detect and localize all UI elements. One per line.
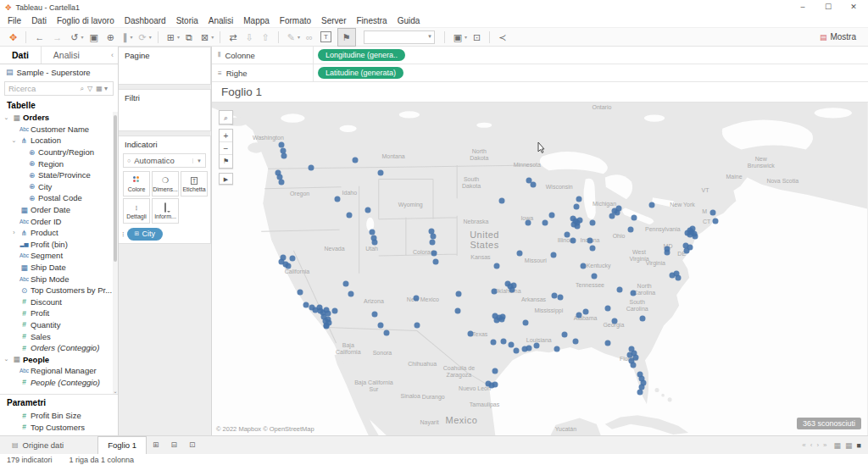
- filters-shelf[interactable]: Filtri: [119, 89, 211, 131]
- city-mark[interactable]: [570, 237, 576, 243]
- city-mark[interactable]: [542, 219, 548, 225]
- city-mark[interactable]: [499, 198, 505, 204]
- city-mark[interactable]: [281, 152, 287, 158]
- fit-selector[interactable]: ▾: [364, 30, 435, 44]
- city-mark[interactable]: [631, 291, 637, 296]
- redo-icon[interactable]: →: [48, 29, 66, 46]
- pause-updates-icon-caret[interactable]: ▾: [131, 34, 133, 40]
- save-icon[interactable]: ▣: [85, 29, 102, 46]
- expand-caret-icon[interactable]: ⌄: [3, 356, 10, 363]
- longitude-pill[interactable]: Longitudine (genera..: [318, 49, 405, 62]
- datasource-tab[interactable]: ▤ Origine dati: [0, 436, 75, 454]
- city-mark[interactable]: [549, 212, 555, 218]
- city-mark[interactable]: [693, 234, 698, 240]
- city-mark[interactable]: [616, 206, 622, 212]
- city-mark[interactable]: [492, 368, 498, 374]
- city-mark[interactable]: [297, 290, 303, 296]
- close-button[interactable]: ✕: [841, 0, 866, 14]
- tab-data[interactable]: Dati: [0, 47, 42, 64]
- city-mark[interactable]: [378, 323, 384, 329]
- city-mark[interactable]: [278, 179, 284, 185]
- city-mark[interactable]: [433, 259, 439, 265]
- city-mark[interactable]: [509, 342, 515, 348]
- show-cards-icon-caret[interactable]: ▾: [465, 34, 467, 40]
- expand-caret-icon[interactable]: ⌄: [10, 137, 18, 144]
- city-mark[interactable]: [525, 219, 531, 225]
- field-profit[interactable]: #Profit: [0, 307, 118, 319]
- scrollbar-down-icon[interactable]: ⌄: [113, 388, 118, 394]
- city-mark[interactable]: [414, 323, 420, 329]
- map-more-tools-button[interactable]: ▶: [219, 173, 233, 185]
- city-mark[interactable]: [290, 256, 296, 262]
- menu-dashboard[interactable]: Dashboard: [120, 16, 171, 25]
- field-city[interactable]: ⊕City: [0, 181, 118, 193]
- unknown-marks-badge[interactable]: 363 sconosciuti: [797, 418, 861, 429]
- field-state-province[interactable]: ⊕State/Province: [0, 169, 118, 181]
- city-mark[interactable]: [500, 314, 506, 320]
- city-mark[interactable]: [690, 226, 696, 232]
- show-me-button[interactable]: ▤ Mostra: [820, 32, 863, 42]
- rows-shelf[interactable]: ≡ Righe Latitudine (generata): [212, 64, 868, 82]
- mark-type-dropdown[interactable]: ○ Automatico ▼: [123, 153, 206, 168]
- city-mark[interactable]: [631, 362, 637, 368]
- search-icon[interactable]: ⌕: [79, 85, 86, 93]
- city-mark[interactable]: [500, 338, 506, 344]
- sort-ascending-icon[interactable]: ⇩: [241, 29, 257, 46]
- columns-shelf[interactable]: ⫴ Colonne Longitudine (genera..: [212, 47, 868, 64]
- field-regional-manager[interactable]: AbcRegional Manager: [0, 365, 118, 377]
- field-discount[interactable]: #Discount: [0, 296, 118, 308]
- filter-fields-icon[interactable]: ▽: [86, 85, 94, 92]
- city-mark[interactable]: [576, 217, 582, 223]
- menu-dati[interactable]: Dati: [26, 16, 52, 25]
- field-segment[interactable]: AbcSegment: [0, 250, 118, 262]
- city-mark[interactable]: [526, 346, 532, 352]
- menu-storia[interactable]: Storia: [171, 16, 203, 25]
- scrollbar-thumb[interactable]: [114, 115, 117, 262]
- city-mark[interactable]: [490, 339, 496, 345]
- undo-icon[interactable]: ←: [31, 29, 48, 46]
- city-mark[interactable]: [591, 273, 597, 279]
- pages-shelf[interactable]: Pagine: [119, 47, 211, 85]
- detail-button[interactable]: ⁝Dettagli: [123, 198, 150, 224]
- tooltip-button[interactable]: Inform...: [152, 198, 179, 224]
- show-cards-icon[interactable]: ▣: [449, 29, 466, 46]
- city-mark[interactable]: [576, 197, 581, 202]
- city-mark[interactable]: [534, 342, 540, 348]
- city-mark[interactable]: [513, 348, 519, 354]
- city-mark[interactable]: [604, 305, 610, 311]
- presentation-icon[interactable]: ⊡: [469, 29, 485, 46]
- city-mark[interactable]: [286, 263, 292, 269]
- city-mark[interactable]: [348, 291, 353, 297]
- expand-caret-icon[interactable]: ⌄: [3, 114, 10, 121]
- city-mark[interactable]: [627, 227, 633, 233]
- search-input[interactable]: Ricerca ⌕ ▽ ▦ ▾: [4, 81, 114, 96]
- city-mark[interactable]: [364, 207, 370, 213]
- city-mark[interactable]: [616, 287, 622, 293]
- city-mark[interactable]: [587, 237, 593, 243]
- city-mark[interactable]: [309, 165, 314, 171]
- city-mark[interactable]: [429, 240, 435, 246]
- field-profit-bin-size[interactable]: #Profit Bin Size: [0, 410, 118, 422]
- field-people[interactable]: ⌄▦People: [0, 353, 118, 365]
- field-top-customers-by-pr-[interactable]: ⊙Top Customers by Pr...: [0, 285, 118, 296]
- city-mark[interactable]: [611, 318, 617, 324]
- city-mark[interactable]: [583, 308, 589, 314]
- prev-tab-icon[interactable]: ‹: [810, 441, 813, 449]
- city-mark[interactable]: [353, 157, 359, 163]
- new-worksheet-icon-caret[interactable]: ▾: [177, 34, 180, 40]
- label-button[interactable]: TEtichetta: [181, 171, 208, 197]
- city-mark[interactable]: [347, 212, 353, 218]
- city-mark[interactable]: [576, 313, 581, 318]
- city-mark[interactable]: [550, 252, 556, 257]
- field-country-region[interactable]: ⊕Country/Region: [0, 147, 118, 158]
- latitude-pill[interactable]: Latitudine (generata): [318, 67, 403, 80]
- first-tab-icon[interactable]: «: [802, 441, 805, 449]
- field-profit-bin-[interactable]: ▂▅Profit (bin): [0, 239, 118, 251]
- city-mark[interactable]: [494, 318, 500, 324]
- city-mark[interactable]: [332, 308, 338, 314]
- menu-guida[interactable]: Guida: [392, 16, 426, 25]
- city-mark[interactable]: [324, 324, 330, 329]
- minimize-button[interactable]: –: [790, 0, 815, 14]
- size-button[interactable]: ❍Dimens...: [152, 171, 179, 197]
- show-tabs-icon[interactable]: ▦: [834, 441, 842, 450]
